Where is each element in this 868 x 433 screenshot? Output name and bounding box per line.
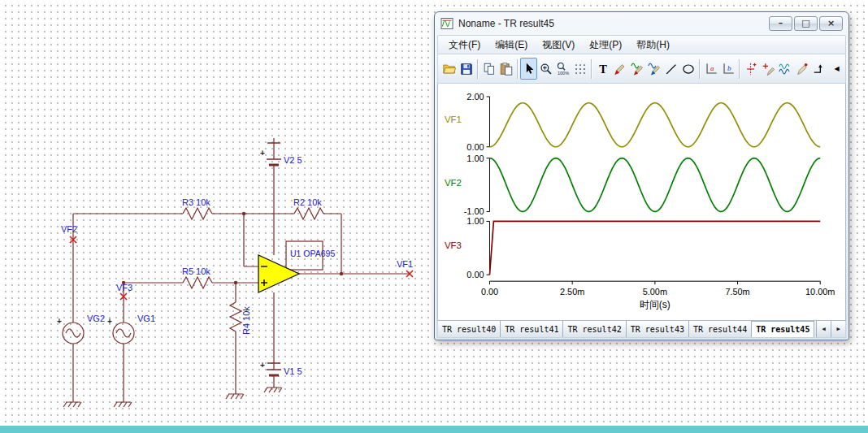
ground-symbol[interactable]	[114, 402, 132, 407]
menu-process[interactable]: 处理(P)	[582, 36, 629, 54]
result-tab-tr-result44[interactable]: TR result44	[689, 321, 752, 337]
result-tab-tr-result45[interactable]: TR result45	[752, 321, 814, 337]
svg-text:b: b	[727, 63, 731, 71]
probe-vf2[interactable]: VF2	[61, 224, 77, 243]
plus-sign: +	[260, 361, 265, 370]
paste-icon[interactable]	[497, 58, 514, 80]
resistor-r5[interactable]: R5 10k	[182, 266, 212, 288]
window-icon	[441, 17, 454, 30]
menu-file[interactable]: 文件(F)	[441, 36, 488, 54]
cursor-plus-icon[interactable]	[742, 58, 759, 80]
menu-view[interactable]: 视图(V)	[535, 36, 582, 54]
axis-a-icon[interactable]: a	[702, 58, 719, 80]
resistor-label: R4 10k	[241, 306, 251, 335]
probe-label: VF1	[397, 259, 413, 269]
copy-icon[interactable]	[480, 58, 497, 80]
menu-edit[interactable]: 编辑(E)	[488, 36, 535, 54]
opamp-label: U1 OPA695	[290, 249, 335, 258]
save-icon[interactable]	[458, 58, 475, 80]
waveform-curve-vf2	[489, 158, 820, 212]
tr-result-window: Noname - TR result45 –□× 文件(F)编辑(E)视图(V)…	[434, 11, 849, 340]
plus-sign: +	[107, 317, 112, 326]
result-tab-tr-result40[interactable]: TR result40	[438, 321, 501, 337]
signal-name-label: VF2	[445, 178, 462, 188]
pen-plus-icon[interactable]	[759, 58, 776, 80]
menu-help[interactable]: 帮助(H)	[629, 36, 677, 54]
vsource-label: V1 5	[284, 366, 302, 376]
svg-text:a: a	[710, 63, 714, 71]
ground-symbol[interactable]	[264, 388, 282, 392]
probe-vf3[interactable]: VF3	[116, 283, 132, 300]
select-cursor-icon[interactable]	[520, 58, 537, 80]
probe-label: VF2	[61, 224, 77, 234]
tab-scroll-right-button[interactable]: ▶	[831, 321, 845, 337]
resistor-label: R3 10k	[182, 197, 210, 207]
resistor-r4[interactable]: R4 10k	[230, 302, 251, 335]
y-tick-label: -1.00	[464, 206, 484, 216]
y-tick-label: 0.00	[467, 270, 484, 279]
pen-icon[interactable]	[793, 58, 810, 80]
x-tick-label: 10.00m	[805, 287, 835, 297]
generator-label: VG2	[87, 314, 105, 323]
grid-icon[interactable]	[571, 58, 588, 80]
text-tool-icon[interactable]: T	[594, 58, 611, 80]
svg-text:T: T	[599, 62, 607, 75]
result-tab-tr-result42[interactable]: TR result42	[563, 321, 626, 337]
vsource-v2[interactable]: + V2 5	[260, 138, 302, 165]
probe-pin-icon[interactable]	[611, 58, 628, 80]
x-axis-title: 时间(s)	[640, 299, 671, 310]
generator-vg2[interactable]: + VG2	[57, 314, 105, 344]
toolbar-overflow-button[interactable]: ◀	[831, 58, 843, 80]
result-tabs: TR result40TR result41TR result42TR resu…	[437, 321, 846, 338]
generator-label: VG1	[137, 314, 155, 323]
resistor-label: R5 10k	[182, 266, 210, 276]
generator-vg1[interactable]: + VG1	[107, 314, 155, 344]
y-tick-label: 1.00	[467, 154, 484, 163]
zoom-in-icon[interactable]	[537, 58, 554, 80]
schematic-canvas[interactable]: R3 10k R2 10k R5 10k R4 10k U1 OPA695 + …	[0, 0, 455, 433]
ground-symbol[interactable]	[226, 394, 244, 399]
close-button[interactable]: ×	[819, 16, 843, 31]
x-tick-label: 2.50m	[560, 287, 584, 297]
vsource-label: V2 5	[284, 155, 302, 165]
x-tick-label: 5.00m	[643, 287, 667, 297]
result-tab-tr-result43[interactable]: TR result43	[627, 321, 689, 337]
resistor-r2[interactable]: R2 10k	[293, 197, 323, 219]
probe-label: VF3	[116, 283, 132, 292]
toolbar: 100%Tab◀	[437, 54, 846, 84]
resistor-r3[interactable]: R3 10k	[182, 197, 212, 219]
opamp-u1[interactable]: U1 OPA695	[258, 249, 335, 292]
plus-sign: +	[260, 149, 265, 158]
marker-icon[interactable]	[810, 58, 827, 80]
caption-buttons: –□×	[769, 16, 843, 31]
signal-name-label: VF3	[445, 240, 462, 250]
waveform-chart: 2.000.00VF11.00-1.00VF21.000.00VF30.002.…	[438, 84, 845, 320]
axis-b-icon[interactable]: b	[719, 58, 736, 80]
tab-scroll-buttons: ◀▶	[816, 321, 845, 337]
waveform-curve-vf1	[489, 103, 820, 147]
maximize-button[interactable]: □	[794, 16, 818, 31]
tab-scroll-left-button[interactable]: ◀	[816, 321, 831, 337]
waveforms-icon[interactable]	[776, 58, 793, 80]
toolbar-separator	[739, 59, 740, 79]
x-tick-label: 7.50m	[725, 287, 749, 297]
zoom-100-icon[interactable]: 100%	[554, 58, 571, 80]
signal-pen-icon[interactable]	[645, 58, 662, 80]
line-tool-icon[interactable]	[662, 58, 679, 80]
schematic-desktop: { "desktop": { "bottom_strip_color": "#6…	[0, 0, 868, 433]
toolbar-separator	[699, 59, 700, 79]
ellipse-tool-icon[interactable]	[679, 58, 697, 80]
window-titlebar[interactable]: Noname - TR result45 –□×	[436, 12, 847, 35]
y-tick-label: 2.00	[467, 92, 484, 102]
result-tab-tr-result41[interactable]: TR result41	[501, 321, 563, 337]
x-tick-label: 0.00	[481, 287, 498, 297]
minimize-button[interactable]: –	[769, 16, 792, 31]
resistor-label: R2 10k	[293, 197, 322, 207]
chart-panel: 2.000.00VF11.00-1.00VF21.000.00VF30.002.…	[437, 84, 846, 321]
vsource-v1[interactable]: + V1 5	[260, 361, 302, 388]
probe-vf1[interactable]: VF1	[397, 259, 413, 277]
ground-symbol[interactable]	[63, 402, 81, 407]
open-folder-icon[interactable]	[441, 58, 458, 80]
y-tick-label: 0.00	[467, 142, 484, 152]
probe-wave-icon[interactable]	[628, 58, 645, 80]
